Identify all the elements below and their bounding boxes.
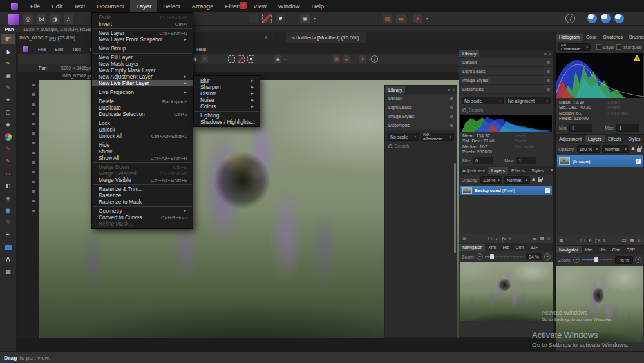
menu-item-live-projection[interactable]: Live Projection► — [92, 89, 193, 95]
layers-adjustment-icon[interactable]: ◐ — [589, 237, 592, 243]
menu-item-new-fill-layer[interactable]: New Fill Layer — [92, 54, 193, 61]
menu-select[interactable]: Select — [157, 0, 185, 12]
tab-styles[interactable]: Styles — [625, 135, 643, 142]
menu-item-new-live-filter-layer[interactable]: New Live Filter Layer► — [92, 80, 193, 86]
tab-navigator[interactable]: Navigator — [459, 244, 485, 251]
tab-color[interactable]: Color — [583, 34, 600, 41]
flood-fill-tool[interactable]: ◆ — [1, 119, 15, 130]
channels-select[interactable]: All Channels▾ — [558, 43, 591, 51]
menu-item-hide[interactable]: Hide — [92, 142, 193, 148]
menu-item-new-empty-mask-layer[interactable]: New Empty Mask Layer — [92, 67, 193, 74]
menu-item-delete[interactable]: DeleteBackspace — [92, 98, 193, 104]
layer-row-image[interactable]: (Image) ✓ — [557, 155, 643, 167]
tab-layers[interactable]: Layers — [585, 135, 605, 142]
zoom-in-icon[interactable]: + — [544, 253, 551, 260]
zoom-in-icon[interactable]: + — [635, 257, 641, 263]
intersect-selection-icon[interactable] — [276, 14, 285, 23]
lock-icon[interactable] — [538, 179, 542, 182]
menu-item-duplicate[interactable]: Duplicate — [92, 104, 193, 111]
flood-select-tool[interactable]: ✦ — [1, 95, 15, 106]
menu-document[interactable]: Document — [91, 0, 130, 12]
menu-layer[interactable]: Layer — [130, 0, 157, 12]
panel-menu-icon[interactable]: ≡ — [450, 96, 453, 101]
layers-delete-icon[interactable]: ▯ — [638, 237, 641, 243]
photo-persona-icon[interactable] — [8, 14, 19, 25]
panel-menu-icon[interactable]: ≡ — [450, 123, 453, 128]
tab-library[interactable]: Library — [459, 50, 479, 57]
text-tool[interactable]: A — [1, 254, 15, 265]
third-view-icon[interactable] — [614, 14, 624, 23]
panel-menu-icon[interactable]: ≡ — [546, 78, 550, 83]
inner-menu-text[interactable]: Text — [68, 45, 86, 54]
menu-arrange[interactable]: Arrange — [186, 0, 220, 12]
menu-item-show[interactable]: Show — [92, 148, 193, 155]
tab-brushes[interactable]: Brushes — [626, 34, 644, 41]
menu-edit[interactable]: Edit — [46, 0, 68, 12]
layer-row-background[interactable]: Background (Pixel) ✓ — [460, 186, 552, 195]
rectangle-tool[interactable] — [1, 242, 15, 253]
zoom-slider[interactable] — [485, 254, 524, 259]
gear-icon[interactable]: ✱ — [532, 177, 536, 182]
second-view-icon[interactable] — [601, 14, 611, 23]
panel-menu-icon[interactable]: ≡ — [450, 105, 453, 110]
zoom-value[interactable]: 24 % — [526, 253, 542, 260]
inner-menu-edit[interactable]: Edit — [50, 45, 68, 54]
menu-item-new-group[interactable]: New Group — [92, 45, 193, 52]
info-icon[interactable]: i — [565, 14, 575, 23]
tab-histogram[interactable]: Histogram — [556, 34, 583, 41]
layers-fx-icon[interactable]: ƒx — [594, 237, 600, 243]
assistant-icon[interactable]: ➤ — [359, 55, 366, 63]
library-item-image-styles[interactable]: Image Styles≡ — [459, 76, 553, 85]
layer-visibility-checkbox[interactable]: ✓ — [545, 188, 550, 193]
mesh-warp-tool[interactable]: ▦ — [1, 266, 15, 277]
tab-chn[interactable]: Chn — [609, 246, 624, 253]
menu-text[interactable]: Text — [68, 0, 91, 12]
eraser-tool[interactable]: ▱ — [1, 168, 15, 179]
assistant-icon[interactable]: ➤ — [413, 14, 422, 23]
close-icon[interactable]: × — [452, 88, 455, 92]
crop-tool[interactable]: ▣ — [1, 70, 15, 81]
menu-item-noise[interactable]: Noise► — [194, 97, 260, 103]
tab-his[interactable]: His — [596, 246, 609, 253]
menu-item-merge-visible[interactable]: Merge VisibleCtrl+Alt+Shift+E — [92, 177, 193, 183]
layer-visibility-checkbox[interactable]: ✓ — [636, 159, 641, 164]
new-selection-icon[interactable] — [249, 14, 258, 23]
panel-menu-icon[interactable]: ≡ — [448, 88, 450, 92]
layers-stack-icon[interactable]: ≣ — [559, 237, 564, 243]
navigator-preview[interactable] — [460, 262, 553, 321]
library-item-image-styles[interactable]: Image Styles≡ — [385, 112, 457, 121]
pen-tool[interactable]: ✒ — [1, 230, 15, 240]
menu-item-sharpen[interactable]: Sharpen► — [194, 84, 260, 90]
tab-effects[interactable]: Effects — [605, 135, 625, 142]
gradient-tool[interactable] — [1, 132, 15, 142]
library-item-light-leaks[interactable]: Light Leaks≡ — [459, 67, 553, 76]
panel-menu-icon[interactable]: ≡ — [544, 52, 547, 56]
smudge-tool[interactable]: ☟ — [1, 217, 15, 228]
tab-adjustment[interactable]: Adjustment — [556, 135, 585, 142]
menu-item-invert[interactable]: InvertCtrl+I — [92, 21, 193, 27]
alignment-select[interactable]: No alignment▾ — [506, 97, 551, 104]
caret-down-icon[interactable]: ▾ — [314, 16, 316, 21]
close-icon[interactable]: × — [549, 52, 551, 56]
tab-xfm[interactable]: Xfm — [582, 246, 596, 253]
gear-icon[interactable]: ✱ — [631, 146, 635, 152]
intersect-selection-icon[interactable] — [247, 55, 254, 63]
tab-untitled[interactable]: <Untitled> [Modified] (76.5%) — [286, 32, 366, 43]
color-profile-icon[interactable]: ▦ — [333, 55, 340, 63]
snapping-icon[interactable]: ◉ — [274, 55, 281, 63]
layers-folder-icon[interactable]: ▭ — [533, 236, 537, 241]
menu-window[interactable]: Window — [272, 0, 306, 12]
blend-mode-select[interactable]: Normal▾ — [602, 145, 629, 153]
tab-32p[interactable]: 32P — [623, 246, 638, 253]
panel-menu-icon[interactable]: ≡ — [546, 87, 550, 92]
marquee-checkbox[interactable] — [616, 44, 621, 50]
inner-menu-file[interactable]: File — [33, 45, 50, 54]
menu-item-distort[interactable]: Distort► — [194, 90, 260, 97]
tab-img6750[interactable]: IMG_6750.2.jpg (23.8%) — [19, 35, 75, 41]
color-picker-tool[interactable]: ✑ — [1, 58, 15, 69]
dodge-brush-tool[interactable]: ◐ — [1, 181, 15, 191]
menu-item-convert-to-curves[interactable]: Convert to CurvesCtrl+Return — [92, 214, 193, 221]
scale-select[interactable]: No scale▾ — [388, 133, 419, 141]
layers-stack-icon[interactable]: ≣ — [462, 236, 466, 241]
menu-item-rasterize[interactable]: Rasterize... — [92, 192, 193, 199]
